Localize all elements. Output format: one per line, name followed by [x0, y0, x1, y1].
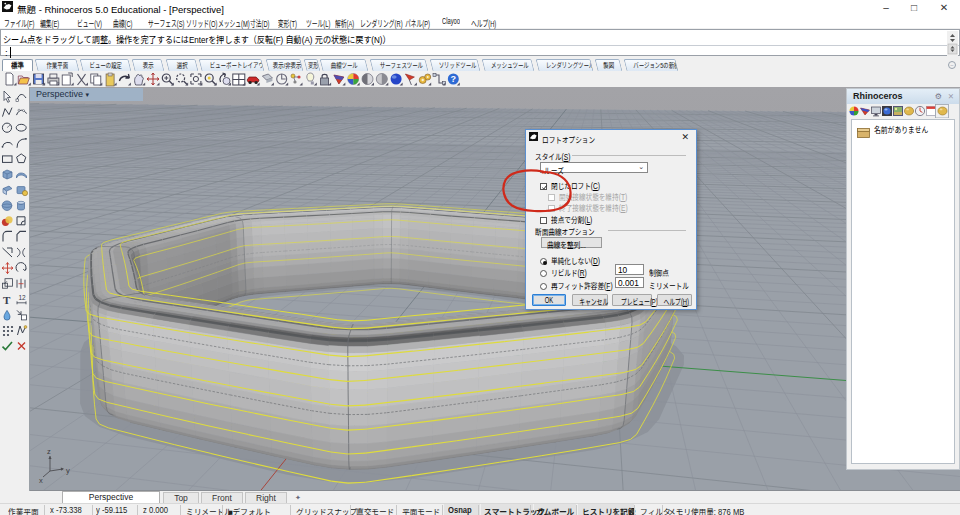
- svg-text:?: ?: [451, 74, 457, 84]
- svg-text:y: y: [66, 466, 70, 475]
- svg-text:z: z: [47, 447, 51, 456]
- svg-text:x: x: [39, 476, 43, 485]
- svg-text:12: 12: [19, 294, 27, 301]
- svg-text:T: T: [3, 294, 11, 306]
